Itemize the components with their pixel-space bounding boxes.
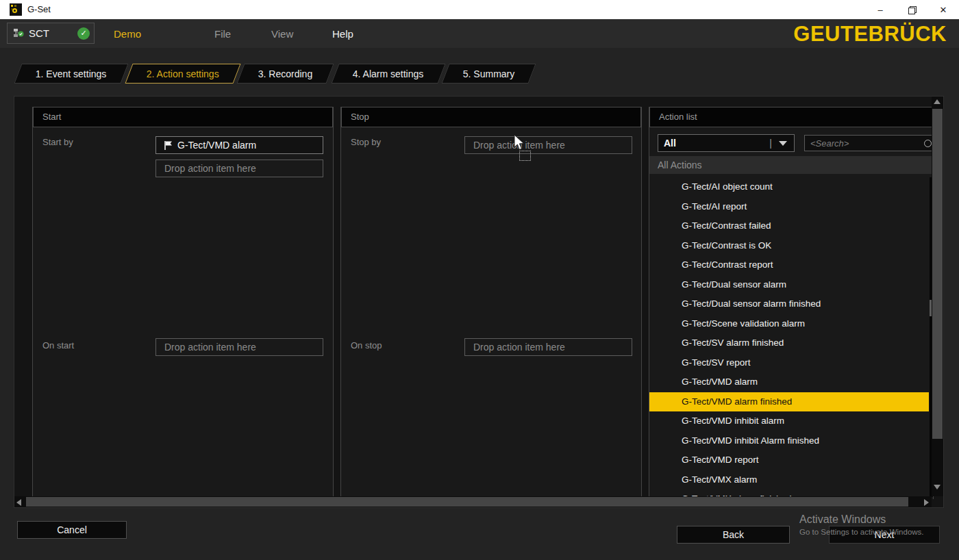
scroll-down-icon[interactable] (934, 485, 941, 489)
window-controls: – ✕ (864, 0, 959, 19)
tab-label: 3. Recording (258, 68, 312, 79)
search-input[interactable] (805, 138, 924, 149)
stop-by-label: Stop by (351, 137, 381, 147)
tab-recording[interactable]: 3. Recording (237, 64, 335, 84)
on-start-drop-target[interactable]: Drop action item here (155, 338, 323, 356)
tab-label: 2. Action settings (147, 68, 219, 79)
tab-action-settings[interactable]: 2. Action settings (125, 64, 240, 84)
filter-value: All (658, 138, 769, 149)
action-list-title: Action list (649, 107, 933, 127)
tab-label: 4. Alarm settings (353, 68, 424, 79)
action-list-item[interactable]: G-Tect/Contrast failed (649, 216, 929, 236)
tab-summary[interactable]: 5. Summary (442, 64, 537, 84)
sitemap-icon (13, 28, 24, 38)
action-list-item[interactable]: G-Tect/VMD inhibit alarm (649, 411, 929, 431)
environment-label: Demo (114, 19, 141, 48)
scroll-left-icon[interactable] (16, 499, 21, 506)
close-button[interactable]: ✕ (927, 0, 959, 19)
on-stop-label: On stop (351, 340, 382, 351)
filter-dropdown[interactable]: All | (658, 134, 795, 152)
menu-help[interactable]: Help (332, 19, 353, 48)
menu-file[interactable]: File (214, 19, 231, 48)
dropdown-separator: | (769, 138, 772, 149)
start-panel-title: Start (33, 107, 333, 127)
next-button[interactable]: Next (829, 526, 940, 544)
stop-by-drop-target[interactable]: Drop action item here (464, 136, 632, 154)
app-icon (10, 3, 22, 16)
start-by-action-item[interactable]: G-Tect/VMD alarm (155, 136, 323, 154)
action-list-panel: Action list All | All Actions G-Tect/AI … (649, 107, 934, 499)
vertical-scrollbar[interactable] (932, 97, 943, 496)
action-list-item[interactable]: G-Tect/AI object count (649, 177, 929, 197)
cancel-button[interactable]: Cancel (17, 521, 127, 539)
flag-icon (164, 140, 173, 151)
back-button[interactable]: Back (677, 526, 790, 544)
action-list-item[interactable]: G-Tect/Dual sensor alarm (649, 275, 929, 295)
menu-view[interactable]: View (271, 19, 293, 48)
profile-label: SCT (29, 27, 77, 39)
stop-panel-title: Stop (341, 107, 641, 127)
wizard-tabs: 1. Event settings2. Action settings3. Re… (18, 64, 533, 84)
action-group-header: All Actions (649, 156, 933, 174)
action-list-item[interactable]: G-Tect/SV alarm finished (649, 333, 929, 353)
scroll-right-icon[interactable] (924, 499, 929, 506)
action-list-item[interactable]: G-Tect/VMX alarm (649, 470, 929, 490)
tab-label: 1. Event settings (36, 68, 107, 79)
on-start-label: On start (42, 340, 74, 351)
start-by-label: Start by (42, 137, 73, 147)
action-list-item[interactable]: G-Tect/AI report (649, 197, 929, 217)
titlebar: G-Set – ✕ (0, 0, 959, 19)
watermark-line1: Activate Windows (799, 513, 924, 526)
restore-icon (908, 6, 915, 13)
minimize-button[interactable]: – (864, 0, 896, 19)
action-list-item[interactable]: G-Tect/Contrast is OK (649, 236, 929, 256)
start-panel: Start Start by G-Tect/VMD alarm Drop act… (32, 107, 334, 499)
tab-alarm-settings[interactable]: 4. Alarm settings (331, 64, 445, 84)
on-stop-drop-target[interactable]: Drop action item here (464, 338, 632, 356)
g-set-window: G-Set – ✕ SCT ✓ Demo File View Help GEUT… (0, 0, 959, 560)
action-list-item[interactable]: G-Tect/VMD inhibit Alarm finished (649, 431, 929, 451)
stop-panel: Stop Stop by Drop action item here On st… (340, 107, 642, 499)
action-list-item[interactable]: G-Tect/Contrast report (649, 255, 929, 275)
start-by-drop-target[interactable]: Drop action item here (155, 160, 323, 177)
vertical-scrollbar-thumb[interactable] (932, 109, 943, 439)
tab-label: 5. Summary (463, 68, 514, 79)
mouse-cursor (514, 134, 526, 152)
tab-event-settings[interactable]: 1. Event settings (14, 64, 128, 84)
brand-logo: GEUTEBRÜCK (793, 21, 947, 47)
main-content: Start Start by G-Tect/VMD alarm Drop act… (14, 96, 944, 508)
action-list-items: G-Tect/AI object countG-Tect/AI reportG-… (649, 177, 929, 498)
start-by-value: G-Tect/VMD alarm (177, 140, 256, 151)
action-list-item[interactable]: G-Tect/Scene validation alarm (649, 314, 929, 334)
action-list-item[interactable]: G-Tect/VMD alarm finished (649, 392, 929, 412)
action-list-item[interactable]: G-Tect/SV report (649, 353, 929, 373)
restore-button[interactable] (896, 0, 927, 19)
horizontal-scrollbar-thumb[interactable] (26, 497, 908, 507)
action-list-item[interactable]: G-Tect/VMD alarm (649, 372, 929, 392)
horizontal-scrollbar[interactable] (14, 496, 932, 507)
search-icon (924, 140, 932, 147)
search-box[interactable] (804, 135, 934, 151)
action-list-item[interactable]: G-Tect/VMD report (649, 450, 929, 470)
menubar: SCT ✓ Demo File View Help GEUTEBRÜCK (0, 19, 959, 48)
scroll-up-icon[interactable] (934, 99, 941, 104)
footer: Cancel Back Next Activate Windows Go to … (0, 508, 959, 560)
connection-ok-icon: ✓ (77, 27, 90, 40)
window-title: G-Set (27, 4, 51, 14)
action-list-item[interactable]: G-Tect/Dual sensor alarm finished (649, 294, 929, 314)
drag-indicator (519, 151, 531, 161)
profile-selector[interactable]: SCT ✓ (7, 23, 95, 44)
chevron-down-icon (779, 141, 787, 146)
